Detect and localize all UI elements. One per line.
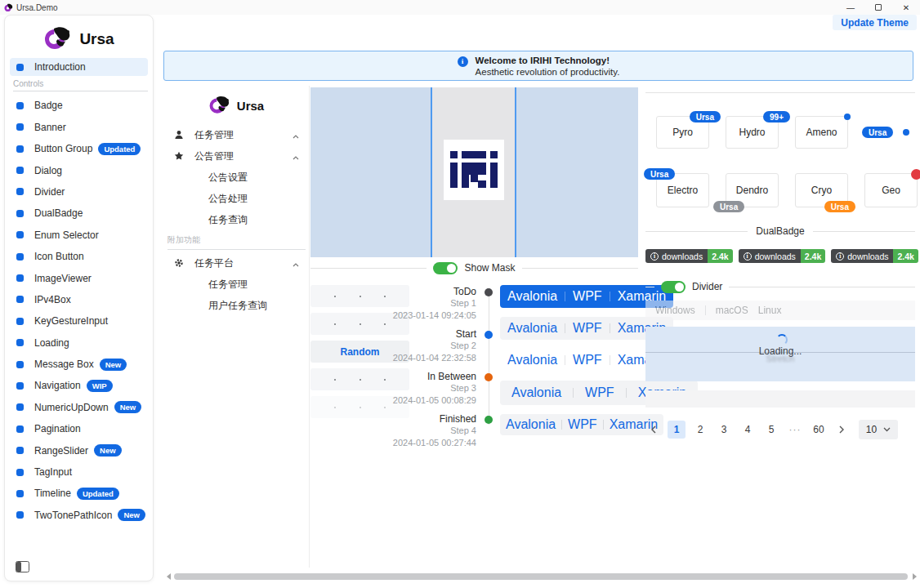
sidebar-item-ipv4box[interactable]: IPv4Box — [10, 291, 148, 309]
info-icon: i — [836, 252, 844, 261]
close-button[interactable]: ✕ — [892, 0, 920, 15]
sidebar-item-twotonepathicon[interactable]: TwoTonePathIconNew — [10, 506, 148, 524]
nav-item-任务平台[interactable]: 任务平台 — [163, 256, 309, 270]
divider-line — [729, 287, 915, 287]
item-bullet-icon — [16, 318, 24, 325]
sidebar-item-imageviewer[interactable]: ImageViewer — [10, 270, 148, 287]
group-button-avalonia[interactable]: Avalonia — [500, 414, 561, 435]
page-button-2[interactable]: 2 — [691, 421, 709, 439]
maximize-icon — [875, 4, 882, 11]
timeline-step-label: Step 3 — [372, 382, 476, 394]
sidebar-item-divider[interactable]: Divider — [10, 183, 148, 201]
group-button-wpf[interactable]: WPF — [565, 349, 610, 372]
nav-item-任务管理[interactable]: 任务管理 — [163, 278, 309, 291]
sidebar-item-banner[interactable]: Banner — [10, 118, 148, 136]
page-size-dropdown[interactable]: 10 — [859, 420, 898, 439]
scrollbar-thumb[interactable] — [174, 573, 908, 580]
badge-card-dendro: DendroUrsa — [726, 173, 779, 207]
sidebar-item-message-box[interactable]: Message BoxNew — [10, 355, 148, 373]
timeline-step-label: Step 2 — [372, 340, 476, 352]
update-theme-button[interactable]: Update Theme — [833, 15, 917, 30]
page-button-4[interactable]: 4 — [739, 421, 757, 439]
group-button-wpf[interactable]: WPF — [565, 317, 610, 340]
show-mask-toggle[interactable] — [433, 262, 458, 274]
tab-windows[interactable]: Windows — [655, 305, 695, 316]
sidebar-item-enum-selector[interactable]: Enum Selector — [10, 226, 148, 244]
sidebar-item-introduction[interactable]: Introduction — [10, 58, 148, 76]
timeline-step: ToDoStep 12023-01-14 09:24:05 — [372, 286, 496, 328]
octet-separator-dot — [360, 379, 361, 381]
sidebar-item-loading[interactable]: Loading — [10, 334, 148, 352]
page-button-3[interactable]: 3 — [715, 421, 733, 439]
nav-item-任务查询[interactable]: 任务查询 — [163, 213, 309, 226]
tab-macos[interactable]: macOS — [716, 305, 748, 316]
group-button-wpf[interactable]: WPF — [565, 285, 610, 308]
dual-badge-list: idownloads2.4kidownloads2.4kidownloads2.… — [645, 249, 920, 265]
image-viewer[interactable] — [310, 87, 638, 257]
group-button-avalonia[interactable]: Avalonia — [500, 349, 565, 372]
sidebar-item-label: Dialog — [34, 165, 62, 176]
standalone-badge-dot — [903, 129, 909, 136]
nav-section-label: 附加功能 — [167, 234, 306, 250]
card-label: Ameno — [806, 127, 837, 138]
sidebar-item-dualbadge[interactable]: DualBadge — [10, 204, 148, 222]
nav-item-公告管理[interactable]: 公告管理 — [163, 149, 309, 163]
sidebar-item-label: Loading — [34, 337, 69, 349]
sidebar-item-rangeslider[interactable]: RangeSliderNew — [10, 442, 148, 460]
sidebar-item-timeline[interactable]: TimelineUpdated — [10, 484, 148, 502]
timeline-step: FinishedStep 42024-01-05 00:27:44 — [372, 413, 496, 456]
horizontal-scrollbar[interactable] — [163, 571, 920, 582]
sidebar-logo-text: Ursa — [79, 30, 114, 48]
sidebar-item-badge[interactable]: Badge — [10, 96, 148, 114]
sidebar-item-keygestureinput[interactable]: KeyGestureInput — [10, 312, 148, 330]
skeleton-bar — [645, 390, 915, 408]
nav-item-公告设置[interactable]: 公告设置 — [163, 171, 309, 184]
pagination: 12345···60 10 — [645, 420, 898, 439]
group-button-avalonia[interactable]: Avalonia — [500, 381, 573, 405]
item-bullet-icon — [16, 296, 24, 303]
group-button-wpf[interactable]: WPF — [574, 381, 626, 405]
timeline-dot-icon — [485, 416, 493, 424]
item-bullet-icon — [16, 469, 24, 476]
sidebar-item-label: KeyGestureInput — [34, 315, 108, 327]
viewer-visible-region — [432, 87, 515, 257]
minimize-button[interactable]: — — [837, 0, 864, 15]
sidebar-item-dialog[interactable]: Dialog — [10, 162, 148, 180]
group-button-avalonia[interactable]: Avalonia — [500, 317, 565, 340]
sidebar-collapse-button[interactable] — [16, 561, 29, 572]
next-page-button[interactable] — [833, 421, 850, 439]
sidebar-item-icon-button[interactable]: Icon Button — [10, 247, 148, 265]
sidebar-item-navigation[interactable]: NavigationWIP — [10, 376, 148, 394]
sidebar-item-button-group[interactable]: Button GroupUpdated — [10, 140, 148, 158]
sidebar-item-label: IPv4Box — [34, 294, 71, 305]
group-button-avalonia[interactable]: Avalonia — [500, 285, 565, 308]
timeline-step-time: 2024-01-05 00:08:29 — [372, 394, 476, 407]
prev-page-button[interactable] — [645, 421, 662, 439]
nav-item-任务管理[interactable]: 任务管理 — [163, 128, 309, 141]
page-button-60[interactable]: 60 — [810, 421, 828, 439]
badge-dot — [844, 114, 851, 120]
sidebar-item-label: Banner — [34, 122, 66, 133]
maximize-button[interactable] — [864, 0, 892, 15]
page-ellipsis: ··· — [786, 421, 804, 439]
sidebar-item-pagination[interactable]: Pagination — [10, 420, 148, 438]
nav-item-label: 任务查询 — [208, 213, 309, 227]
tab-linux[interactable]: Linux — [758, 305, 782, 316]
nav-item-公告处理[interactable]: 公告处理 — [163, 192, 309, 205]
page-button-5[interactable]: 5 — [762, 421, 780, 439]
sidebar-item-label: Pagination — [34, 423, 81, 434]
scroll-right-icon[interactable] — [913, 573, 917, 580]
divider-toggle[interactable] — [661, 281, 686, 293]
chevron-up-icon — [293, 127, 299, 142]
group-button-wpf[interactable]: WPF — [562, 414, 603, 435]
os-tabs[interactable]: WindowsmacOSLinux — [645, 301, 915, 320]
ursa-badge: Ursa — [824, 201, 855, 212]
scroll-left-icon[interactable] — [167, 573, 171, 580]
badge-row-2: ElectroUrsaDendroUrsaCryoUrsaGeo — [656, 173, 918, 207]
nav-item-用户任务查询[interactable]: 用户任务查询 — [163, 299, 309, 312]
sidebar-item-numericupdown[interactable]: NumericUpDownNew — [10, 399, 148, 416]
nav-item-label: 用户任务查询 — [208, 299, 309, 313]
nav-item-label: 任务管理 — [208, 278, 309, 292]
sidebar-item-taginput[interactable]: TagInput — [10, 463, 148, 481]
page-button-1[interactable]: 1 — [668, 421, 686, 439]
